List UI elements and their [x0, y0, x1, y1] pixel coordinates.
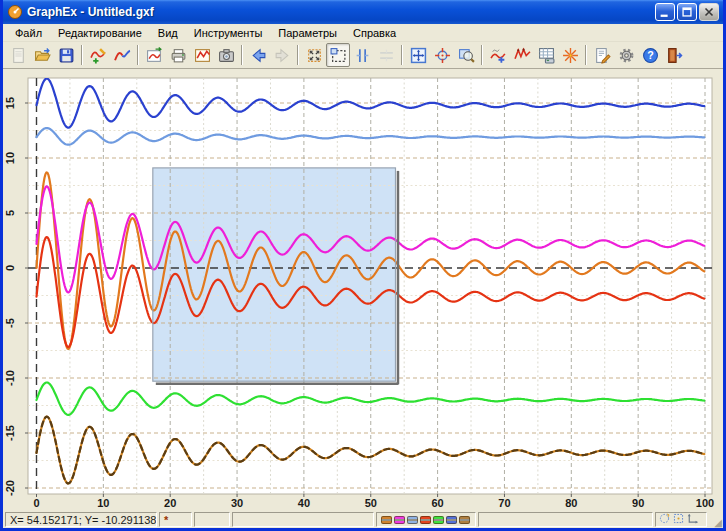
two-color-curve-icon	[114, 47, 131, 64]
printer-icon	[170, 47, 187, 64]
x-tick-label: 30	[231, 497, 243, 509]
selection-box-icon	[672, 512, 685, 525]
legend-swatch-blue[interactable]	[446, 516, 457, 524]
x-tick-label: 60	[431, 497, 443, 509]
title-bar[interactable]: GraphEx - Untitled.gxf	[3, 0, 723, 24]
toolbar-separator	[481, 45, 483, 65]
x-tick-label: 100	[696, 497, 714, 509]
toolbar-separator	[81, 45, 83, 65]
redo-view-button	[270, 43, 294, 67]
legend-swatch-light-blue[interactable]	[407, 516, 418, 524]
toolbar-separator	[401, 45, 403, 65]
curve-info-button[interactable]	[486, 43, 510, 67]
resize-grip[interactable]: ◢	[709, 512, 722, 527]
x-tick-label: 0	[33, 497, 39, 509]
undo-view-button[interactable]	[246, 43, 270, 67]
tracker-button[interactable]	[430, 43, 454, 67]
open-file-button[interactable]	[30, 43, 54, 67]
fit-view-button[interactable]	[302, 43, 326, 67]
x-tick-label: 20	[164, 497, 176, 509]
status-panel-empty-3	[478, 512, 653, 527]
vertical-markers-icon	[354, 47, 371, 64]
plot-area[interactable]: 0102030405060708090100151050-5-10-15-20	[3, 69, 723, 511]
gear-icon	[618, 47, 635, 64]
expand-arrows-icon	[306, 47, 323, 64]
menu-item-3[interactable]: Инструменты	[186, 25, 271, 41]
maximize-button[interactable]	[677, 3, 697, 21]
y-tick-label: -20	[4, 480, 16, 496]
annotate-button[interactable]	[590, 43, 614, 67]
snapshot-button[interactable]	[214, 43, 238, 67]
menu-item-2[interactable]: Вид	[150, 25, 186, 41]
zoom-selection-button[interactable]	[326, 43, 350, 67]
legend-swatch-brown[interactable]	[459, 516, 470, 524]
selection-rect-icon	[330, 47, 347, 64]
toolbar: ?	[3, 42, 723, 69]
magnifier-box-icon	[458, 47, 475, 64]
legend-swatch-orange[interactable]	[381, 516, 392, 524]
rotate-selection-icon[interactable]	[658, 512, 671, 527]
exit-button[interactable]	[662, 43, 686, 67]
status-panel-empty-2	[232, 512, 374, 527]
y-tick-label: 5	[4, 210, 16, 216]
toolbar-separator	[137, 45, 139, 65]
y-tick-label: -15	[4, 425, 16, 441]
camera-icon	[218, 47, 235, 64]
export-chart-button[interactable]	[142, 43, 166, 67]
status-tool-icons	[655, 512, 707, 527]
spark-button[interactable]	[558, 43, 582, 67]
x-tick-label: 10	[97, 497, 109, 509]
menu-bar: ФайлРедактированиеВидИнструментыПараметр…	[3, 24, 723, 42]
close-button[interactable]	[699, 3, 719, 21]
peaks-curve-icon	[514, 47, 531, 64]
menu-item-5[interactable]: Справка	[345, 25, 404, 41]
x-tick-label: 50	[365, 497, 377, 509]
horizontal-markers-button	[374, 43, 398, 67]
target-crosshair-icon	[434, 47, 451, 64]
note-pencil-icon	[594, 47, 611, 64]
zoom-window-button[interactable]	[454, 43, 478, 67]
chart-preview-icon	[194, 47, 211, 64]
curve-info-plus-icon	[490, 47, 507, 64]
selection-box-icon[interactable]	[672, 512, 685, 527]
minimize-button[interactable]	[655, 3, 675, 21]
save-button[interactable]	[54, 43, 78, 67]
x-tick-label: 80	[565, 497, 577, 509]
print-button[interactable]	[166, 43, 190, 67]
curve-style-button[interactable]	[110, 43, 134, 67]
open-folder-icon	[34, 47, 51, 64]
settings-button[interactable]	[614, 43, 638, 67]
app-window: GraphEx - Untitled.gxf ФайлРедактировани…	[0, 0, 726, 531]
menu-item-0[interactable]: Файл	[7, 25, 50, 41]
pan-button[interactable]	[406, 43, 430, 67]
svg-text:?: ?	[647, 49, 653, 61]
horizontal-markers-icon	[378, 47, 395, 64]
legend-swatch-green[interactable]	[433, 516, 444, 524]
axes-corner-icon	[686, 512, 699, 525]
table-calculator-icon	[538, 47, 555, 64]
legend-swatch-red[interactable]	[420, 516, 431, 524]
peaks-button[interactable]	[510, 43, 534, 67]
add-curve-button[interactable]	[86, 43, 110, 67]
data-table-button[interactable]	[534, 43, 558, 67]
pan-crosshair-icon	[410, 47, 427, 64]
axes-corner-icon[interactable]	[686, 512, 699, 527]
x-tick-label: 70	[498, 497, 510, 509]
help-button[interactable]: ?	[638, 43, 662, 67]
status-panel-empty-1	[194, 512, 230, 527]
plot-region: 0102030405060708090100151050-5-10-15-20	[3, 69, 723, 510]
window-title: GraphEx - Untitled.gxf	[27, 5, 653, 19]
menu-item-4[interactable]: Параметры	[270, 25, 345, 41]
menu-item-1[interactable]: Редактирование	[50, 25, 150, 41]
arrow-left-icon	[250, 47, 267, 64]
x-tick-label: 90	[632, 497, 644, 509]
exit-door-icon	[666, 47, 683, 64]
spark-burst-icon	[562, 47, 579, 64]
modified-flag: *	[159, 512, 192, 527]
chart-preview-button[interactable]	[190, 43, 214, 67]
y-tick-label: 15	[4, 97, 16, 109]
legend-swatch-magenta[interactable]	[394, 516, 405, 524]
vertical-markers-button[interactable]	[350, 43, 374, 67]
status-bar: X= 54.152171; Y= -10.291138 * ◢	[3, 510, 723, 528]
rotate-selection-icon	[658, 512, 671, 525]
